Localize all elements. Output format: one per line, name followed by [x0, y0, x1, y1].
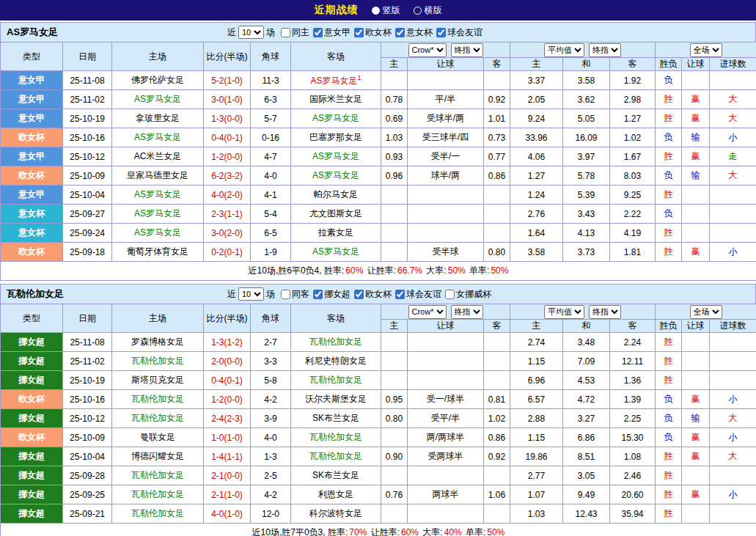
- match-row: 挪女超25-09-25瓦勒伦加女足2-1(1-0)4-2利恩女足0.76两球半1…: [1, 485, 756, 504]
- avg-home-odds: 19.86: [510, 447, 563, 466]
- handicap-line: 受半/一: [408, 147, 484, 166]
- filter-checkbox[interactable]: [395, 290, 405, 299]
- summary-part: 让胜率:: [364, 265, 396, 276]
- filter-checkbox[interactable]: [436, 28, 446, 37]
- match-scope-select[interactable]: 全场: [690, 43, 722, 57]
- filter-checkbox[interactable]: [395, 28, 405, 37]
- header-select-group: 全场: [656, 304, 756, 320]
- filter-checkbox[interactable]: [281, 28, 290, 37]
- home-team: 博德闪耀女足: [112, 447, 204, 466]
- corners: 5-4: [251, 205, 291, 224]
- avg-draw-odds: 6.86: [563, 428, 610, 447]
- handicap-home-odds: [381, 224, 408, 243]
- avg-away-odds: 1.02: [610, 128, 656, 147]
- filter-option[interactable]: 意女杯: [395, 26, 433, 39]
- home-team: 瓦勒伦加女足: [112, 390, 204, 409]
- goals-result: [710, 224, 756, 243]
- score: 0-2(0-1): [204, 243, 251, 262]
- filter-option[interactable]: 女挪威杯: [445, 288, 491, 301]
- avg-draw-odds: 5.05: [563, 109, 610, 128]
- corners: 2-5: [251, 466, 291, 485]
- avg-draw-odds: 3.58: [563, 71, 610, 90]
- handicap-result: [682, 71, 710, 90]
- filter-checkbox[interactable]: [281, 290, 290, 299]
- filter-option[interactable]: 欧女杯: [354, 26, 392, 39]
- filter-option[interactable]: 欧女杯: [354, 288, 392, 301]
- filter-option[interactable]: 意女甲: [313, 26, 351, 39]
- handicap-line: [408, 466, 484, 485]
- layout-horizontal-option[interactable]: 横版: [414, 4, 442, 17]
- handicap-home-odds: [381, 504, 408, 524]
- avg-draw-odds: 3.27: [563, 409, 610, 428]
- avg-away-odds: 4.19: [610, 224, 656, 243]
- home-team: AS罗马女足: [112, 205, 204, 224]
- avg-stage-select[interactable]: 终指: [589, 305, 621, 319]
- home-team: AS罗马女足: [112, 128, 204, 147]
- handicap-line: 两球半: [408, 485, 484, 504]
- handicap-home-odds: [381, 333, 408, 352]
- filter-option[interactable]: 球会友谊: [436, 26, 482, 39]
- corners: 0-16: [251, 128, 291, 147]
- avg-draw-odds: 12.43: [563, 504, 610, 524]
- avg-draw-odds: 8.51: [563, 447, 610, 466]
- home-team: AS罗马女足: [112, 186, 204, 205]
- filter-checkbox[interactable]: [445, 290, 455, 299]
- odds-provider-select[interactable]: Crow*: [408, 305, 447, 319]
- away-team: 瓦勒伦加女足: [291, 333, 381, 352]
- match-row: 挪女超25-09-21瓦勒伦加女足4-0(1-0)12-0科尔波特女足1.031…: [1, 504, 756, 524]
- away-team: 科尔波特女足: [291, 504, 381, 524]
- odds-stage-select[interactable]: 终指: [451, 305, 483, 319]
- handicap-line: [408, 371, 484, 390]
- home-team: 佛罗伦萨女足: [112, 71, 204, 90]
- avg-source-select[interactable]: 平均值: [544, 305, 584, 319]
- match-row: 欧女杯25-10-09皇家马德里女足6-2(3-2)4-0AS罗马女足0.96球…: [1, 166, 756, 186]
- avg-home-odds: 1.15: [510, 352, 563, 371]
- column-subheader: 客: [610, 320, 656, 333]
- layout-vertical-option[interactable]: 竖版: [372, 4, 400, 17]
- team-sections: AS罗马女足近10场同主意女甲欧女杯意女杯球会友谊类型日期主场比分(半场)角球客…: [0, 22, 756, 536]
- match-date: 25-10-04: [63, 186, 112, 205]
- radio-selected-icon[interactable]: [372, 7, 380, 15]
- filter-checkbox[interactable]: [313, 290, 323, 299]
- odds-stage-select[interactable]: 终指: [451, 43, 483, 57]
- filter-checkbox[interactable]: [354, 290, 364, 299]
- avg-home-odds: 1.07: [510, 485, 563, 504]
- avg-source-select[interactable]: 平均值: [544, 43, 584, 57]
- match-count-select[interactable]: 10: [238, 287, 264, 301]
- score: 5-2(1-0): [204, 71, 251, 90]
- filter-option[interactable]: 挪女超: [313, 288, 351, 301]
- filter-checkbox[interactable]: [354, 28, 364, 37]
- handicap-home-odds: [381, 352, 408, 371]
- avg-home-odds: 2.77: [510, 466, 563, 485]
- filter-option[interactable]: 球会友谊: [395, 288, 441, 301]
- matches-table: 类型日期主场比分(半场)角球客场Crow*终指平均值终指全场主让球客主和客胜负让…: [0, 42, 756, 281]
- column-subheader: 进球数: [710, 58, 756, 71]
- match-row: 挪女超25-10-12瓦勒伦加女足2-4(2-3)3-9SK布兰女足0.80受平…: [1, 409, 756, 428]
- handicap-away-odds: [484, 504, 510, 524]
- match-count-select[interactable]: 10: [238, 26, 264, 39]
- filter-option[interactable]: 同主: [281, 26, 309, 39]
- match-scope-select[interactable]: 全场: [690, 305, 722, 319]
- avg-stage-select[interactable]: 终指: [589, 43, 621, 57]
- result: 胜: [656, 186, 682, 205]
- corners: 12-0: [251, 504, 291, 524]
- summary-part: 近10场,胜6平0负4, 胜率:: [249, 265, 345, 276]
- handicap-home-odds: [381, 428, 408, 447]
- radio-unselected-icon[interactable]: [414, 7, 422, 15]
- goals-result: [710, 186, 756, 205]
- away-team: 瓦勒伦加女足: [291, 371, 381, 390]
- odds-provider-select[interactable]: Crow*: [408, 43, 447, 57]
- filter-option[interactable]: 同客: [281, 288, 309, 301]
- match-row: 欧女杯25-10-16瓦勒伦加女足1-2(0-0)4-2沃尔夫斯堡女足0.95受…: [1, 390, 756, 409]
- summary-part: 让胜率:: [368, 527, 400, 536]
- handicap-line: 受球半/两: [408, 109, 484, 128]
- filter-checkbox[interactable]: [313, 28, 323, 37]
- goals-result: [710, 205, 756, 224]
- handicap-home-odds: [381, 205, 408, 224]
- handicap-result: 赢: [682, 428, 710, 447]
- summary-part: 单率:: [467, 265, 490, 276]
- column-header: 主场: [112, 304, 204, 333]
- avg-away-odds: 8.03: [610, 166, 656, 186]
- handicap-line: 受三球半/四: [408, 128, 484, 147]
- avg-away-odds: 1.92: [610, 71, 656, 90]
